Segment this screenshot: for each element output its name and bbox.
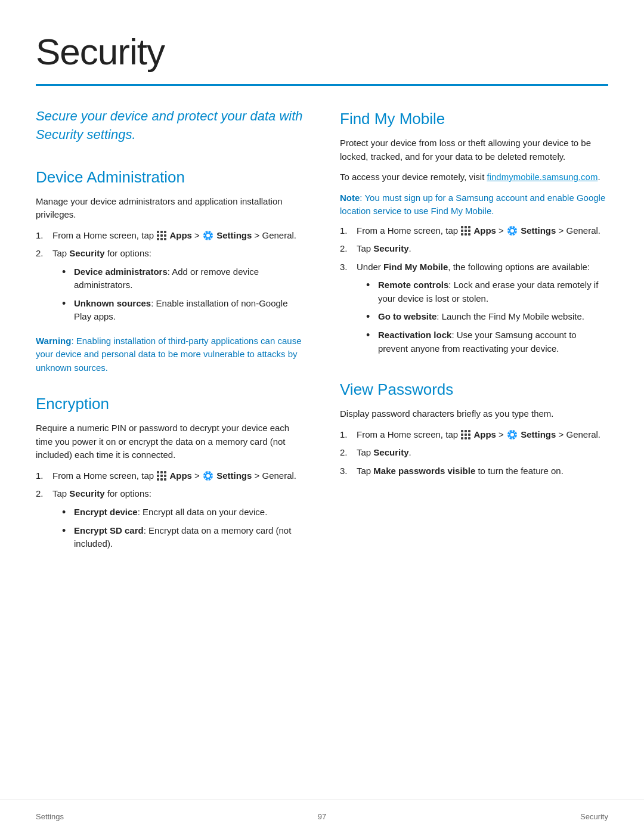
- bullet-encrypt-device: Encrypt device: Encrypt all data on your…: [62, 506, 304, 519]
- bullet-remote-controls: Remote controls: Lock and erase your dat…: [366, 278, 608, 305]
- findmymobile-link[interactable]: findmymobile.samsung.com: [487, 172, 597, 182]
- left-column: Secure your device and protect your data…: [36, 107, 304, 562]
- step1-end: > General.: [255, 230, 296, 240]
- bullet-unknown-sources: Unknown sources: Enable installation of …: [62, 297, 304, 324]
- vp-step3: 3. Tap Make passwords visible to turn th…: [340, 465, 608, 478]
- apps-icon-enc: [157, 471, 166, 481]
- section-title-device-admin: Device Administration: [36, 166, 304, 189]
- settings-icon-fmm: [507, 225, 518, 236]
- page-content: Security Secure your device and protect …: [0, 0, 644, 609]
- section-title-encryption: Encryption: [36, 392, 304, 416]
- fmm-step3: 3. Under Find My Mobile, the following o…: [340, 261, 608, 361]
- settings-icon: [203, 230, 213, 241]
- step1-text: From a Home screen, tap: [52, 230, 154, 240]
- find-my-mobile-desc: Protect your device from loss or theft a…: [340, 137, 608, 163]
- encryption-desc: Require a numeric PIN or password to dec…: [36, 422, 304, 462]
- step1-settings-label: Settings: [216, 230, 252, 240]
- footer-right: Security: [580, 811, 608, 823]
- bullet-go-to-website: Go to website: Launch the Find My Mobile…: [366, 310, 608, 324]
- section-title-find-my-mobile: Find My Mobile: [340, 107, 608, 131]
- tagline: Secure your device and protect your data…: [36, 107, 304, 144]
- encryption-step2: 2. Tap Security for options: Encrypt dev…: [36, 487, 304, 556]
- title-divider: [36, 84, 608, 86]
- footer-left: Settings: [36, 811, 64, 823]
- settings-icon-vp: [507, 429, 518, 440]
- device-admin-step1: 1. From a Home screen, tap Apps >: [36, 229, 304, 243]
- page-footer: Settings 97 Security: [0, 800, 644, 834]
- apps-icon-fmm: [461, 226, 470, 236]
- vp-step1: 1. From a Home screen, tap Apps >: [340, 428, 608, 442]
- find-my-mobile-visit: To access your device remotely, visit fi…: [340, 171, 608, 184]
- apps-icon: [157, 231, 166, 240]
- find-my-mobile-steps: 1. From a Home screen, tap Apps >: [340, 224, 608, 361]
- step1-apps-label: Apps: [169, 230, 192, 240]
- enc-step1-text: From a Home screen, tap: [52, 470, 154, 481]
- find-my-mobile-note: Note: You must sign up for a Samsung acc…: [340, 191, 608, 218]
- encryption-options: Encrypt device: Encrypt all data on your…: [62, 506, 304, 551]
- svg-point-21: [510, 229, 514, 233]
- view-passwords-desc: Display password characters briefly as y…: [340, 407, 608, 421]
- device-admin-steps: 1. From a Home screen, tap Apps >: [36, 229, 304, 329]
- device-admin-step2: 2. Tap Security for options: Device admi…: [36, 247, 304, 329]
- step2-text: Tap Security for options:: [52, 248, 151, 258]
- two-column-layout: Secure your device and protect your data…: [36, 107, 608, 562]
- svg-point-1: [206, 234, 210, 237]
- section-title-view-passwords: View Passwords: [340, 378, 608, 401]
- fmm-options: Remote controls: Lock and erase your dat…: [366, 278, 608, 355]
- svg-point-11: [206, 474, 210, 478]
- encryption-step1: 1. From a Home screen, tap Apps >: [36, 469, 304, 483]
- fmm-step1: 1. From a Home screen, tap Apps >: [340, 224, 608, 238]
- settings-icon-enc: [203, 470, 213, 481]
- device-admin-warning: Warning: Enabling installation of third-…: [36, 335, 304, 375]
- device-admin-options: Device administrators: Add or remove dev…: [62, 265, 304, 324]
- vp-step2: 2. Tap Security.: [340, 446, 608, 460]
- view-passwords-steps: 1. From a Home screen, tap Apps >: [340, 428, 608, 478]
- bullet-encrypt-sd: Encrypt SD card: Encrypt data on a memor…: [62, 524, 304, 551]
- device-admin-desc: Manage your device administrators and ap…: [36, 195, 304, 222]
- fmm-step2: 2. Tap Security.: [340, 242, 608, 256]
- encryption-steps: 1. From a Home screen, tap Apps >: [36, 469, 304, 556]
- bullet-reactivation-lock: Reactivation lock: Use your Samsung acco…: [366, 329, 608, 355]
- footer-center: 97: [318, 811, 326, 823]
- right-column: Find My Mobile Protect your device from …: [340, 107, 608, 562]
- svg-point-31: [510, 433, 514, 436]
- bullet-device-administrators: Device administrators: Add or remove dev…: [62, 265, 304, 292]
- page-title: Security: [36, 24, 608, 79]
- apps-icon-vp: [461, 430, 470, 439]
